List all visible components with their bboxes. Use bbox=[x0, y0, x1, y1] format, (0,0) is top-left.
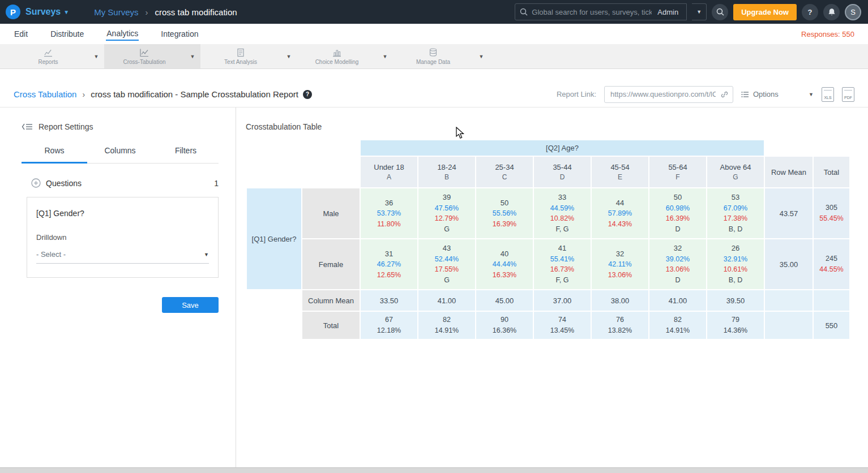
choice-modelling-caret-icon[interactable]: ▼ bbox=[377, 54, 393, 59]
empty-mean-cell bbox=[765, 312, 813, 339]
column-header: Above 64G bbox=[707, 157, 764, 187]
tab-analytics[interactable]: Analytics bbox=[106, 27, 139, 41]
crosstab-cell: 4352.44%17.55%G bbox=[418, 239, 475, 289]
breadcrumb-separator: › bbox=[146, 7, 148, 17]
crosstab-cell: 2632.91%10.61%B, D bbox=[707, 239, 764, 289]
row-label-female: Female bbox=[302, 239, 360, 289]
tab-filters[interactable]: Filters bbox=[153, 146, 219, 163]
row-mean-cell: 43.57 bbox=[765, 188, 813, 238]
report-header-actions: Report Link: Options ▼ XLS PDF bbox=[557, 86, 854, 103]
survey-subnav: Edit Distribute Analytics Integration Re… bbox=[0, 24, 868, 44]
column-mean-cell: 41.00 bbox=[418, 290, 475, 311]
content-area: Report Settings Rows Columns Filters Que… bbox=[0, 108, 868, 467]
export-xls-button[interactable]: XLS bbox=[822, 87, 834, 102]
crosstab-cell: 3242.11%13.06% bbox=[592, 239, 648, 289]
empty-cell bbox=[247, 157, 360, 187]
crosstab-cell: 3947.56%12.79%G bbox=[418, 188, 475, 238]
empty-cell bbox=[247, 290, 301, 311]
drilldown-select[interactable]: - Select - ▼ bbox=[36, 250, 209, 264]
tab-columns[interactable]: Columns bbox=[87, 146, 153, 163]
toolbar-label: Reports bbox=[38, 59, 58, 65]
search-submit-button[interactable] bbox=[712, 4, 728, 20]
report-help-icon[interactable]: ? bbox=[303, 90, 312, 99]
report-title: cross tab modification - Sample Crosstab… bbox=[91, 89, 298, 99]
help-button[interactable]: ? bbox=[802, 4, 818, 20]
global-search: Admin bbox=[515, 3, 687, 20]
column-total-cell: 7413.45% bbox=[534, 312, 591, 339]
save-button[interactable]: Save bbox=[162, 297, 219, 313]
export-pdf-button[interactable]: PDF bbox=[842, 87, 854, 102]
questionpro-logo[interactable]: P bbox=[6, 5, 20, 19]
tab-edit[interactable]: Edit bbox=[14, 28, 28, 40]
toolbar-item-text-analysis[interactable]: Text Analysis ▼ bbox=[200, 44, 297, 68]
crosstab-table: [Q2] Age? Under 18A 18-24B 25-34C 35-44D… bbox=[246, 139, 850, 340]
report-settings-panel: Report Settings Rows Columns Filters Que… bbox=[0, 108, 236, 467]
link-icon[interactable] bbox=[720, 91, 729, 98]
analytics-toolbar: Reports ▼ Cross-Tabulation ▼ Text Analys… bbox=[0, 44, 868, 69]
toolbar-item-choice-modelling[interactable]: Choice Modelling ▼ bbox=[297, 44, 393, 68]
questions-count-badge: 1 bbox=[214, 179, 219, 188]
product-switcher[interactable]: Surveys bbox=[25, 7, 61, 17]
cross-tabulation-breadcrumb-link[interactable]: Cross Tabulation bbox=[14, 89, 76, 99]
tab-rows[interactable]: Rows bbox=[22, 146, 87, 164]
toolbar-item-cross-tabulation[interactable]: Cross-Tabulation ▼ bbox=[104, 44, 200, 68]
row-total-cell: 30555.45% bbox=[814, 188, 849, 238]
column-header: 25-34C bbox=[476, 157, 533, 187]
search-scope-admin[interactable]: Admin bbox=[652, 8, 682, 16]
total-header: Total bbox=[814, 157, 849, 187]
column-total-cell: 7613.82% bbox=[592, 312, 648, 339]
row-mean-cell: 35.00 bbox=[765, 239, 813, 289]
tab-integration[interactable]: Integration bbox=[160, 28, 199, 40]
horizontal-scrollbar[interactable] bbox=[0, 467, 868, 473]
collapse-panel-icon[interactable] bbox=[22, 123, 33, 131]
questions-label: Questions bbox=[46, 179, 82, 188]
upgrade-now-button[interactable]: Upgrade Now bbox=[733, 4, 797, 20]
breadcrumb-separator: › bbox=[82, 90, 85, 99]
column-total-cell: 8214.91% bbox=[649, 312, 706, 339]
topbar: P Surveys ▼ My Surveys › cross tab modif… bbox=[0, 0, 868, 24]
topbar-breadcrumb: My Surveys › cross tab modification bbox=[94, 7, 237, 17]
empty-cell bbox=[247, 312, 301, 339]
manage-data-caret-icon[interactable]: ▼ bbox=[473, 54, 489, 59]
text-analysis-caret-icon[interactable]: ▼ bbox=[281, 54, 297, 59]
report-link-field bbox=[604, 86, 733, 103]
crosstab-area: Crosstabulation Table [Q2] Age? Under 1 bbox=[236, 108, 868, 467]
toolbar-item-reports[interactable]: Reports ▼ bbox=[8, 44, 104, 68]
row-mean-header: Row Mean bbox=[765, 157, 813, 187]
empty-mean-cell bbox=[765, 290, 813, 311]
tab-distribute[interactable]: Distribute bbox=[50, 28, 84, 40]
column-header: 45-54E bbox=[592, 157, 648, 187]
options-label: Options bbox=[753, 90, 779, 98]
pdf-label: PDF bbox=[844, 96, 852, 100]
breadcrumb-my-surveys[interactable]: My Surveys bbox=[94, 7, 138, 17]
grand-total-cell: 550 bbox=[814, 312, 849, 339]
toolbar-item-manage-data[interactable]: Manage Data ▼ bbox=[393, 44, 489, 68]
bell-icon bbox=[828, 8, 836, 16]
empty-mean-cell bbox=[814, 290, 849, 311]
column-total-cell: 9016.36% bbox=[476, 312, 533, 339]
options-dropdown[interactable]: Options ▼ bbox=[741, 90, 814, 98]
list-icon bbox=[741, 91, 749, 98]
toolbar-label: Manage Data bbox=[416, 59, 450, 65]
crosstab-cell: 4457.89%14.43% bbox=[592, 188, 648, 238]
global-search-input[interactable] bbox=[532, 8, 652, 16]
reports-caret-icon[interactable]: ▼ bbox=[88, 54, 104, 59]
toolbar-label: Choice Modelling bbox=[315, 59, 359, 65]
add-question-icon[interactable] bbox=[31, 178, 41, 188]
column-total-cell: 6712.18% bbox=[361, 312, 417, 339]
column-group-header: [Q2] Age? bbox=[361, 140, 764, 156]
column-header: 35-44D bbox=[534, 157, 591, 187]
notifications-button[interactable] bbox=[823, 4, 840, 20]
search-scope-caret-icon[interactable]: ▼ bbox=[692, 3, 707, 20]
user-avatar[interactable]: S bbox=[845, 4, 861, 20]
column-mean-cell: 37.00 bbox=[534, 290, 591, 311]
column-total-cell: 7914.36% bbox=[707, 312, 764, 339]
cross-tabulation-caret-icon[interactable]: ▼ bbox=[185, 54, 200, 59]
report-link-input[interactable] bbox=[604, 86, 733, 103]
crosstab-cell: 3146.27%12.65% bbox=[361, 239, 417, 289]
report-header: Cross Tabulation › cross tab modificatio… bbox=[0, 81, 868, 108]
crosstab-cell: 4155.41%16.73%F, G bbox=[534, 239, 591, 289]
crosstab-section-title: Crosstabulation Table bbox=[246, 122, 868, 131]
toolbar-label: Cross-Tabulation bbox=[123, 59, 165, 65]
product-caret-icon[interactable]: ▼ bbox=[63, 9, 69, 15]
